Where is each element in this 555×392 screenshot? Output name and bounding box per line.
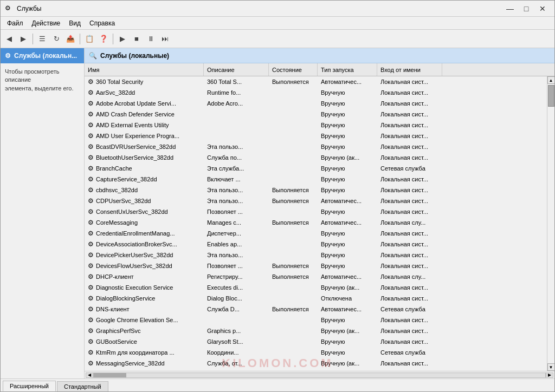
service-startup-cell: Отключена [318, 295, 377, 302]
service-login-cell: Локальная сист... [377, 79, 442, 85]
col-header-desc[interactable]: Описание [204, 63, 269, 76]
service-icon: ⚙ [88, 121, 94, 129]
table-row[interactable]: ⚙ Diagnostic Execution Service Executes … [85, 282, 547, 293]
service-status-cell: Выполняется [269, 219, 318, 226]
service-status-cell: Выполняется [269, 187, 318, 193]
service-login-cell: Локальная сист... [377, 230, 442, 237]
service-icon: ⚙ [88, 230, 94, 237]
table-row[interactable]: ⚙ AarSvc_382dd Runtime fo... Вручную Лок… [85, 87, 547, 98]
table-row[interactable]: ⚙ DHCP-клиент Регистриру... Выполняется … [85, 271, 547, 282]
service-list[interactable]: ⚙ 360 Total Security 360 Total S... Выпо… [85, 76, 547, 371]
service-startup-cell: Вручную (ак... [318, 154, 377, 161]
horizontal-scrollbar[interactable]: ◀ ▶ [85, 371, 554, 378]
h-scroll-left[interactable]: ◀ [86, 373, 93, 378]
h-scroll-thumb[interactable] [94, 373, 126, 377]
table-row[interactable]: ⚙ AMD External Events Utility Вручную Ло… [85, 120, 547, 130]
scroll-down-button[interactable]: ▼ [547, 363, 555, 371]
right-panel-icon: 🔍 [89, 52, 97, 60]
start-service-button[interactable]: ▶ [116, 32, 129, 45]
forward-button[interactable]: ▶ [17, 32, 30, 45]
service-icon: ⚙ [88, 240, 94, 248]
minimize-button[interactable]: — [502, 3, 518, 15]
service-status-cell: Выполняется [269, 306, 318, 312]
service-desc-cell: Enables ap... [204, 241, 269, 247]
pause-service-button[interactable]: ⏸ [144, 32, 157, 45]
service-status-cell: Выполняется [269, 198, 318, 204]
service-desc-cell: Позволяет ... [204, 208, 269, 215]
table-row[interactable]: ⚙ DevicePickerUserSvc_382dd Эта пользо..… [85, 250, 547, 260]
table-row[interactable]: ⚙ GraphicsPerfSvc Graphics p... Вручную … [85, 325, 547, 336]
service-login-cell: Локальная сист... [377, 111, 442, 117]
service-icon: ⚙ [88, 360, 94, 367]
table-row[interactable]: ⚙ DevicesFlowUserSvc_382dd Позволяет ...… [85, 260, 547, 271]
scroll-thumb[interactable] [548, 85, 554, 107]
col-header-startup[interactable]: Тип запуска [318, 63, 377, 76]
service-icon: ⚙ [88, 219, 94, 226]
service-icon: ⚙ [88, 208, 94, 215]
table-row[interactable]: ⚙ KtmRm для координатора ... Координи...… [85, 347, 547, 358]
table-row[interactable]: ⚙ cbdhsvc_382dd Эта пользо... Выполняетс… [85, 185, 547, 195]
title-bar: ⚙ Службы — □ ✕ [1, 1, 554, 17]
col-header-login[interactable]: Вход от имени [377, 63, 442, 76]
table-row[interactable]: ⚙ AMD Crash Defender Service Вручную Лок… [85, 109, 547, 120]
service-desc-cell: Координи... [204, 349, 269, 356]
service-login-cell: Локальная сист... [377, 122, 442, 128]
menu-action[interactable]: Действие [28, 18, 65, 28]
table-row[interactable]: ⚙ 360 Total Security 360 Total S... Выпо… [85, 76, 547, 87]
service-startup-cell: Вручную (ак... [318, 360, 377, 367]
properties-button[interactable]: 📋 [83, 32, 96, 45]
menu-help[interactable]: Справка [85, 18, 119, 28]
tab-extended[interactable]: Расширенный [3, 381, 56, 391]
service-icon: ⚙ [88, 165, 94, 172]
table-row[interactable]: ⚙ Adobe Acrobat Update Servi... Adobe Ac… [85, 98, 547, 109]
title-bar-controls: — □ ✕ [502, 3, 550, 15]
service-startup-cell: Вручную [318, 165, 377, 172]
h-scroll-right[interactable]: ▶ [546, 373, 553, 378]
service-name-cell: ⚙ Google Chrome Elevation Se... [85, 316, 204, 324]
table-row[interactable]: ⚙ BluetoothUserService_382dd Служба по..… [85, 152, 547, 163]
col-header-status[interactable]: Состояние [269, 63, 318, 76]
menu-file[interactable]: Файл [3, 18, 28, 28]
menu-view[interactable]: Вид [64, 18, 85, 28]
table-row[interactable]: ⚙ DialogBlockingService Dialog Bloc... О… [85, 293, 547, 304]
table-row[interactable]: ⚙ CDPUserSvc_382dd Эта пользо... Выполня… [85, 195, 547, 206]
table-row[interactable]: ⚙ ConsentUxUserSvc_382dd Позволяет ... В… [85, 206, 547, 217]
service-startup-cell: Вручную [318, 187, 377, 193]
service-desc-cell: Эта пользо... [204, 252, 269, 258]
table-row[interactable]: ⚙ AMD User Experience Progra... Вручную … [85, 130, 547, 141]
service-name-cell: ⚙ DevicesFlowUserSvc_382dd [85, 262, 204, 270]
table-row[interactable]: ⚙ BcastDVRUserService_382dd Эта пользо..… [85, 141, 547, 152]
service-icon: ⚙ [88, 295, 94, 302]
close-button[interactable]: ✕ [535, 3, 550, 15]
service-icon: ⚙ [88, 338, 94, 345]
help-button[interactable]: ❓ [97, 32, 110, 45]
table-row[interactable]: ⚙ CredentialEnrollmentManag... Диспетчер… [85, 228, 547, 239]
scrollbar[interactable]: ▲ ▼ [547, 76, 554, 371]
h-scroll-track [93, 373, 546, 378]
show-hide-button[interactable]: ☰ [36, 32, 49, 45]
maximize-button[interactable]: □ [519, 3, 534, 15]
service-icon: ⚙ [88, 132, 94, 140]
service-startup-cell: Вручную [318, 241, 377, 247]
table-row[interactable]: ⚙ MessagingService_382dd Служба, от... В… [85, 358, 547, 369]
export-button[interactable]: 📤 [64, 32, 77, 45]
table-row[interactable]: ⚙ DeviceAssociationBrokerSvc... Enables … [85, 239, 547, 250]
tab-standard[interactable]: Стандартный [57, 381, 108, 391]
right-panel-title: Службы (локальные) [100, 52, 169, 60]
col-header-name[interactable]: Имя [85, 63, 204, 76]
table-row[interactable]: ⚙ GUBootService Glarysoft St... Вручную … [85, 336, 547, 347]
table-row[interactable]: ⚙ DNS-клиент Служба D... Выполняется Авт… [85, 304, 547, 315]
service-icon: ⚙ [88, 186, 94, 194]
table-row[interactable]: ⚙ CoreMessaging Manages c... Выполняется… [85, 217, 547, 228]
scroll-up-button[interactable]: ▲ [547, 76, 555, 84]
table-row[interactable]: ⚙ BranchCache Эта служба... Вручную Сете… [85, 163, 547, 174]
service-name-cell: ⚙ BcastDVRUserService_382dd [85, 143, 204, 151]
service-startup-cell: Вручную [318, 349, 377, 356]
table-row[interactable]: ⚙ CaptureService_382dd Включает ... Вруч… [85, 174, 547, 185]
main-content: ⚙ Службы (локальн... Чтобы просмотреть о… [1, 48, 554, 378]
resume-service-button[interactable]: ⏭ [158, 32, 171, 45]
table-row[interactable]: ⚙ Google Chrome Elevation Se... Вручную … [85, 315, 547, 325]
refresh-button[interactable]: ↻ [50, 32, 63, 45]
stop-service-button[interactable]: ■ [130, 32, 143, 45]
back-button[interactable]: ◀ [3, 32, 16, 45]
